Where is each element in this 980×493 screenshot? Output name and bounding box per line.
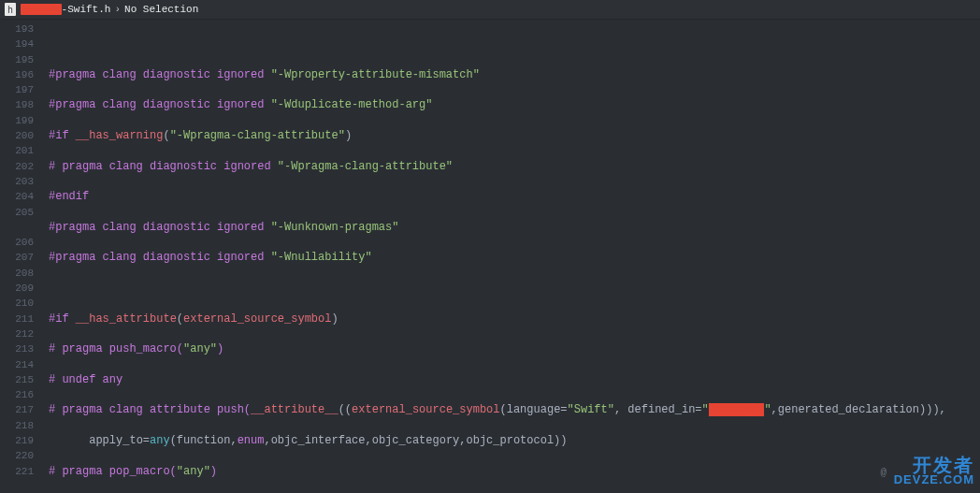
watermark-cn: 开发者 — [913, 457, 974, 472]
line-number: 218 — [0, 418, 34, 433]
code-line[interactable]: #pragma clang diagnostic ignored "-Wnull… — [49, 250, 980, 265]
line-number — [0, 220, 34, 235]
line-number: 220 — [0, 448, 34, 463]
line-number: 212 — [0, 326, 34, 341]
code-line[interactable]: #pragma clang diagnostic ignored "-Wunkn… — [49, 220, 980, 235]
code-line[interactable]: apply_to=any(function,enum,objc_interfac… — [49, 433, 980, 448]
line-number: 200 — [0, 128, 34, 143]
line-number: 198 — [0, 97, 34, 112]
code-area[interactable]: #pragma clang diagnostic ignored "-Wprop… — [41, 20, 980, 493]
code-line[interactable] — [49, 281, 980, 296]
code-line[interactable]: # pragma clang attribute push(__attribut… — [49, 402, 980, 417]
code-line[interactable]: # pragma pop_macro("any") — [49, 464, 980, 479]
line-number: 195 — [0, 52, 34, 67]
line-number: 203 — [0, 174, 34, 189]
line-number: 219 — [0, 433, 34, 448]
line-number: 214 — [0, 357, 34, 372]
line-number: 213 — [0, 341, 34, 356]
code-line[interactable]: #endif — [49, 189, 980, 204]
line-number: 193 — [0, 22, 34, 36]
line-number: 211 — [0, 312, 34, 326]
code-line[interactable]: #pragma clang diagnostic ignored "-Wdupl… — [49, 97, 980, 112]
chevron-right-icon: › — [114, 2, 121, 17]
line-number: 210 — [0, 296, 34, 311]
breadcrumb[interactable]: h XXXXXX-Swift.h › No Selection — [0, 0, 980, 20]
line-number: 194 — [0, 36, 34, 51]
line-number: 199 — [0, 113, 34, 128]
line-number: 201 — [0, 143, 34, 158]
line-number: 204 — [0, 189, 34, 204]
line-number: 209 — [0, 281, 34, 296]
line-number: 196 — [0, 67, 34, 82]
svg-text:h: h — [7, 5, 13, 15]
code-line[interactable]: #if __has_attribute(external_source_symb… — [49, 312, 980, 326]
line-number: 217 — [0, 402, 34, 417]
line-number: 216 — [0, 387, 34, 402]
breadcrumb-file[interactable]: XXXXXX-Swift.h — [21, 2, 110, 17]
line-number-gutter: 1931941951961971981992002012022032042052… — [0, 20, 41, 493]
line-number: 206 — [0, 235, 34, 250]
breadcrumb-selection[interactable]: No Selection — [124, 2, 198, 17]
code-line[interactable]: # pragma clang diagnostic ignored "-Wpra… — [49, 159, 980, 174]
code-line[interactable]: #if __has_warning("-Wpragma-clang-attrib… — [49, 128, 980, 143]
code-line[interactable]: #pragma clang diagnostic ignored "-Wprop… — [49, 67, 980, 82]
line-number: 197 — [0, 82, 34, 97]
header-file-icon: h — [4, 3, 17, 16]
code-line[interactable]: # pragma push_macro("any") — [49, 341, 980, 356]
code-line[interactable]: # undef any — [49, 372, 980, 387]
code-line[interactable] — [49, 36, 980, 51]
code-editor[interactable]: 1931941951961971981992002012022032042052… — [0, 20, 980, 493]
line-number: 205 — [0, 205, 34, 220]
watermark-en: DEVZE.COM — [894, 472, 974, 487]
line-number: 215 — [0, 372, 34, 387]
line-number: 208 — [0, 266, 34, 281]
line-number: 207 — [0, 250, 34, 265]
line-number: 202 — [0, 159, 34, 174]
watermark-user: @ — [880, 465, 886, 480]
line-number: 221 — [0, 464, 34, 479]
